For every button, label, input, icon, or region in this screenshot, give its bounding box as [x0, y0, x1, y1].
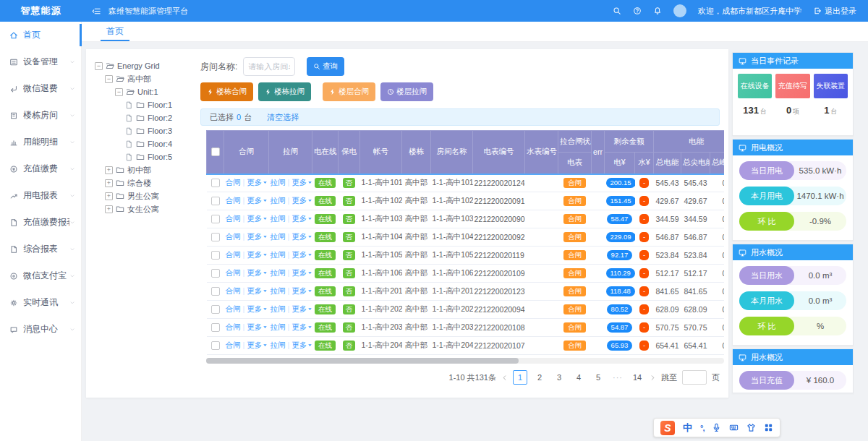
more-dropdown[interactable]: 更多 [292, 304, 312, 313]
row-checkbox[interactable] [211, 287, 220, 296]
close-switch-link[interactable]: 合闸 [226, 341, 241, 349]
more-dropdown[interactable]: 更多 [292, 341, 312, 349]
ime-language-toggle[interactable]: 中 [683, 421, 692, 434]
open-switch-link[interactable]: 拉闸 [271, 341, 286, 349]
collapse-toggle-icon[interactable]: − [115, 88, 123, 96]
more-dropdown[interactable]: 更多 [292, 178, 312, 187]
skin-icon[interactable] [746, 423, 756, 432]
building-open-button[interactable]: 楼栋拉闸 [258, 82, 311, 101]
more-dropdown[interactable]: 更多 [247, 304, 268, 313]
scrollbar-thumb[interactable] [206, 358, 519, 364]
tree-node[interactable]: Floor:3 [95, 124, 203, 137]
microphone-icon[interactable] [712, 423, 721, 432]
more-dropdown[interactable]: 更多 [247, 196, 268, 205]
collapse-toggle-icon[interactable]: − [105, 75, 113, 83]
more-dropdown[interactable]: 更多 [247, 214, 268, 223]
open-switch-link[interactable]: 拉闸 [271, 304, 286, 313]
more-dropdown[interactable]: 更多 [292, 286, 312, 295]
pagination-page[interactable]: 5 [591, 370, 605, 385]
sidebar-item[interactable]: 微信退费 [0, 75, 81, 102]
room-name-input[interactable] [243, 57, 295, 76]
close-switch-link[interactable]: 合闸 [226, 268, 241, 277]
floor-close-button[interactable]: 楼层合闸 [323, 82, 375, 101]
tree-node[interactable]: +女生公寓 [95, 202, 203, 215]
row-checkbox[interactable] [211, 323, 220, 332]
tree-node[interactable]: −Energy Grid [95, 59, 203, 72]
clear-selection-link[interactable]: 清空选择 [267, 112, 299, 123]
sidebar-item[interactable]: 微信支付宝 [0, 262, 81, 289]
notifications-icon[interactable] [653, 7, 662, 15]
tree-node[interactable]: +综合楼 [95, 176, 203, 189]
open-switch-link[interactable]: 拉闸 [271, 286, 286, 295]
close-switch-link[interactable]: 合闸 [226, 322, 241, 331]
more-dropdown[interactable]: 更多 [292, 214, 312, 223]
tree-node[interactable]: −高中部 [95, 72, 203, 85]
tree-node[interactable]: −Unit:1 [95, 85, 203, 98]
more-dropdown[interactable]: 更多 [247, 322, 268, 331]
sidebar-collapse-icon[interactable] [92, 7, 101, 16]
more-dropdown[interactable]: 更多 [292, 322, 312, 331]
floor-open-button[interactable]: 楼层拉闸 [380, 82, 433, 101]
open-switch-link[interactable]: 拉闸 [271, 196, 286, 205]
more-dropdown[interactable]: 更多 [247, 232, 268, 241]
toolbox-icon[interactable] [764, 423, 773, 432]
row-checkbox[interactable] [211, 179, 220, 187]
sidebar-item[interactable]: 充值缴费 [0, 155, 81, 182]
sidebar-item[interactable]: 充值缴费报表 [0, 209, 81, 236]
pagination-page[interactable]: 1 [513, 370, 527, 385]
help-icon[interactable] [633, 7, 642, 15]
building-close-button[interactable]: 楼栋合闸 [200, 82, 253, 101]
close-switch-link[interactable]: 合闸 [226, 196, 241, 205]
jump-page-input[interactable] [682, 370, 707, 385]
sidebar-item[interactable]: 楼栋房间 [0, 102, 81, 129]
close-switch-link[interactable]: 合闸 [226, 214, 241, 223]
close-switch-link[interactable]: 合闸 [226, 250, 241, 259]
row-checkbox[interactable] [211, 251, 220, 260]
tree-node[interactable]: Floor:5 [95, 150, 203, 163]
sidebar-item[interactable]: 用能明细 [0, 129, 81, 155]
close-switch-link[interactable]: 合闸 [226, 304, 241, 313]
sogou-logo[interactable]: S [660, 421, 675, 435]
row-checkbox[interactable] [211, 305, 220, 314]
more-dropdown[interactable]: 更多 [292, 232, 312, 241]
collapse-toggle-icon[interactable]: − [95, 62, 103, 70]
tree-node[interactable]: +男生公寓 [95, 189, 203, 202]
sidebar-item[interactable]: 实时通讯 [0, 289, 81, 316]
open-switch-link[interactable]: 拉闸 [271, 322, 286, 331]
keyboard-icon[interactable] [729, 423, 739, 432]
tab-home[interactable]: 首页 [101, 22, 129, 41]
close-switch-link[interactable]: 合闸 [226, 286, 241, 295]
sidebar-item[interactable]: 消息中心 [0, 316, 81, 343]
more-dropdown[interactable]: 更多 [247, 178, 268, 187]
row-checkbox[interactable] [211, 269, 220, 278]
open-switch-link[interactable]: 拉闸 [271, 178, 286, 187]
tree-node[interactable]: Floor:1 [95, 98, 203, 111]
pagination-page[interactable]: 14 [630, 370, 644, 385]
more-dropdown[interactable]: 更多 [292, 250, 312, 259]
table-horizontal-scrollbar[interactable] [206, 358, 724, 364]
sidebar-item[interactable]: 综合报表 [0, 236, 81, 262]
search-button[interactable]: 查询 [307, 57, 344, 76]
expand-toggle-icon[interactable]: + [105, 205, 113, 213]
tree-node[interactable]: +初中部 [95, 163, 203, 176]
row-checkbox[interactable] [211, 197, 220, 205]
sidebar-item[interactable]: 设备管理 [0, 48, 81, 75]
pagination-page[interactable]: 4 [571, 370, 586, 385]
row-checkbox[interactable] [211, 233, 220, 241]
search-icon[interactable] [613, 7, 621, 15]
more-dropdown[interactable]: 更多 [247, 250, 268, 259]
more-dropdown[interactable]: 更多 [247, 286, 268, 295]
open-switch-link[interactable]: 拉闸 [271, 214, 286, 223]
tree-node[interactable]: Floor:2 [95, 111, 203, 124]
close-switch-link[interactable]: 合闸 [226, 178, 241, 187]
expand-toggle-icon[interactable]: + [105, 192, 113, 200]
select-all-checkbox[interactable] [211, 147, 220, 156]
more-dropdown[interactable]: 更多 [247, 268, 268, 277]
row-checkbox[interactable] [211, 215, 220, 223]
sidebar-item[interactable]: 首页 [0, 22, 81, 48]
more-dropdown[interactable]: 更多 [292, 196, 312, 205]
pagination-page[interactable]: 2 [532, 370, 547, 385]
open-switch-link[interactable]: 拉闸 [271, 232, 286, 241]
sidebar-item[interactable]: 用电报表 [0, 182, 81, 209]
expand-toggle-icon[interactable]: + [105, 179, 113, 187]
